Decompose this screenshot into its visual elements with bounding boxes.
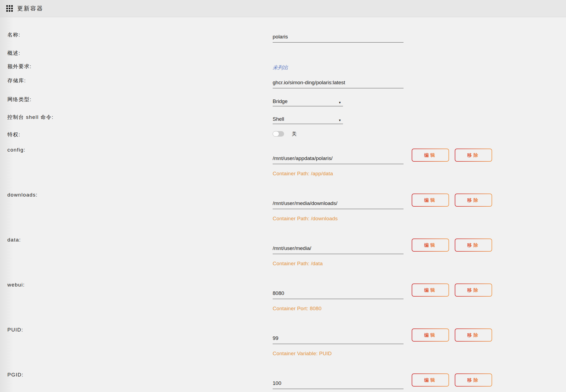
network-type-value: Bridge [273, 98, 288, 104]
network-type-select[interactable]: Bridge ▼ [273, 96, 343, 106]
mapping-label: downloads: [0, 191, 273, 198]
mapping-row: data: Container Path: /data 编辑 移除 [0, 236, 566, 267]
edit-button[interactable]: 编辑 [412, 194, 449, 207]
row-name: 名称: [0, 31, 566, 43]
mapping-row: PUID: Container Variable: PUID 编辑 移除 [0, 326, 566, 357]
mapping-row: PGID: Container Variable: PGID 编辑 移除 [0, 371, 566, 392]
mapping-value-input[interactable] [273, 243, 404, 254]
name-label: 名称: [0, 31, 273, 38]
mapping-hint: Container Port: 8080 [273, 306, 412, 312]
chevron-down-icon: ▼ [338, 117, 341, 123]
remove-button[interactable]: 移除 [455, 328, 492, 342]
mapping-value-input[interactable] [273, 378, 404, 389]
name-input[interactable] [273, 31, 404, 43]
extra-requirements-label: 额外要求: [0, 63, 273, 70]
remove-button[interactable]: 移除 [455, 373, 492, 387]
row-extra-requirements: 额外要求: 未列出 [0, 63, 566, 71]
repository-label: 存储库: [0, 77, 273, 84]
network-type-label: 网络类型: [0, 96, 273, 103]
privileged-toggle[interactable] [273, 131, 284, 137]
edit-button[interactable]: 编辑 [412, 328, 449, 342]
privileged-state-label: 关 [292, 131, 297, 137]
edit-button[interactable]: 编辑 [412, 239, 449, 252]
remove-button[interactable]: 移除 [455, 284, 492, 297]
mapping-row: downloads: Container Path: /downloads 编辑… [0, 191, 566, 222]
console-shell-select[interactable]: Shell ▼ [273, 114, 343, 124]
mapping-hint: Container Path: /data [273, 261, 412, 267]
mapping-value-input[interactable] [273, 288, 404, 299]
remove-button[interactable]: 移除 [455, 149, 492, 162]
mapping-row: config: Container Path: /app/data 编辑 移除 [0, 146, 566, 177]
edit-button[interactable]: 编辑 [412, 373, 449, 387]
mapping-label: PGID: [0, 371, 273, 378]
mapping-label: webui: [0, 281, 273, 288]
mapping-value-input[interactable] [273, 198, 404, 209]
mapping-hint: Container Variable: PUID [273, 351, 412, 357]
mapping-value-input[interactable] [273, 153, 404, 164]
overview-label: 概述: [0, 50, 273, 57]
mapping-label: PUID: [0, 326, 273, 333]
row-repository: 存储库: [0, 77, 566, 88]
header: 更新容器 [0, 0, 566, 17]
mapping-row: webui: Container Port: 8080 编辑 移除 [0, 281, 566, 312]
edit-button[interactable]: 编辑 [412, 284, 449, 297]
mapping-hint: Container Path: /app/data [273, 171, 412, 177]
mapping-label: data: [0, 236, 273, 243]
mapping-label: config: [0, 146, 273, 153]
mapping-value-input[interactable] [273, 333, 404, 344]
privileged-label: 特权: [0, 131, 273, 138]
row-overview: 概述: [0, 50, 566, 57]
remove-button[interactable]: 移除 [455, 194, 492, 207]
row-console-shell: 控制台 shell 命令: Shell ▼ [0, 114, 566, 124]
container-form: 名称: 概述: 额外要求: 未列出 存储库: 网络类型: Bridge ▼ [0, 17, 566, 392]
toggle-knob [273, 131, 279, 137]
not-listed-link[interactable]: 未列出 [273, 64, 288, 71]
console-shell-value: Shell [273, 116, 284, 122]
console-shell-label: 控制台 shell 命令: [0, 114, 273, 121]
row-privileged: 特权: 关 [0, 131, 566, 138]
row-network-type: 网络类型: Bridge ▼ [0, 96, 566, 106]
remove-button[interactable]: 移除 [455, 239, 492, 252]
mapping-hint: Container Path: /downloads [273, 216, 412, 222]
chevron-down-icon: ▼ [338, 99, 341, 106]
repository-input[interactable] [273, 77, 404, 88]
grid-icon [6, 5, 13, 12]
edit-button[interactable]: 编辑 [412, 149, 449, 162]
page-title: 更新容器 [17, 5, 43, 12]
